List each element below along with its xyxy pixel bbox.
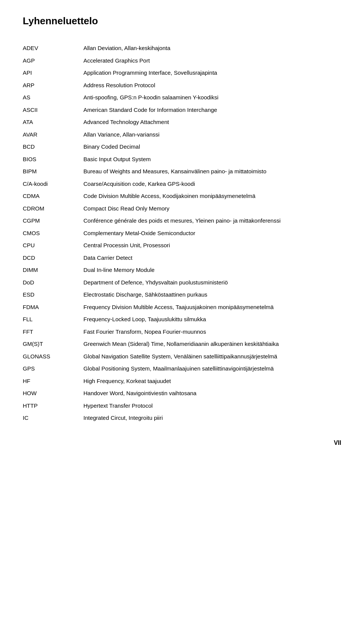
abbreviation: BCD <box>23 141 83 153</box>
abbreviation: GLONASS <box>23 350 83 363</box>
definition: Bureau of Weights and Measures, Kansainv… <box>83 165 341 178</box>
definition: Central Processin Unit, Prosessori <box>83 239 341 252</box>
definition: Application Programming Interface, Sovel… <box>83 67 341 79</box>
abbreviation: ARP <box>23 79 83 92</box>
abbreviation: DoD <box>23 276 83 289</box>
abbreviation: GPS <box>23 363 83 375</box>
glossary-row: HOWHandover Word, Navigointiviestin vaih… <box>23 387 341 400</box>
abbreviation: BIOS <box>23 153 83 166</box>
definition: Address Resolution Protocol <box>83 79 341 92</box>
definition: Hypertext Transfer Protocol <box>83 400 341 412</box>
definition: Allan Deviation, Allan-keskihajonta <box>83 42 341 55</box>
definition: Coarse/Acquisition code, Karkea GPS-kood… <box>83 178 341 190</box>
glossary-row: AVARAllan Variance, Allan-varianssi <box>23 129 341 141</box>
abbreviation: FLL <box>23 313 83 326</box>
definition: Data Carrier Detect <box>83 252 341 264</box>
abbreviation: BIPM <box>23 165 83 178</box>
glossary-row: CDROMCompact Disc Read Only Memory <box>23 203 341 215</box>
glossary-row: ATAAdvanced Technology Attachment <box>23 116 341 129</box>
abbreviation: ESD <box>23 289 83 301</box>
abbreviation: HOW <box>23 387 83 400</box>
abbreviation: C/A-koodi <box>23 178 83 190</box>
definition: Compact Disc Read Only Memory <box>83 203 341 215</box>
glossary-row: ADEVAllan Deviation, Allan-keskihajonta <box>23 42 341 55</box>
glossary-table: ADEVAllan Deviation, Allan-keskihajontaA… <box>23 42 341 424</box>
glossary-row: CMOSComplementary Metal-Oxide Semiconduc… <box>23 227 341 240</box>
glossary-row: HTTPHypertext Transfer Protocol <box>23 400 341 412</box>
glossary-row: BIOSBasic Input Output System <box>23 153 341 166</box>
glossary-row: FLLFrequency-Locked Loop, Taajuuslukittu… <box>23 313 341 326</box>
abbreviation: IC <box>23 412 83 424</box>
definition: Department of Defence, Yhdysvaltain puol… <box>83 276 341 289</box>
definition: Fast Fourier Transform, Nopea Fourier-mu… <box>83 326 341 338</box>
definition: Integrated Circut, Integroitu piiri <box>83 412 341 424</box>
abbreviation: HF <box>23 375 83 388</box>
definition: Basic Input Output System <box>83 153 341 166</box>
glossary-row: ASAnti-spoofing, GPS:n P-koodin salaamin… <box>23 91 341 104</box>
glossary-row: FDMAFrequency Division Multible Access, … <box>23 301 341 314</box>
definition: High Frequency, Korkeat taajuudet <box>83 375 341 388</box>
definition: American Standard Code for Information I… <box>83 104 341 116</box>
glossary-row: CDMACode Division Multible Access, Koodi… <box>23 190 341 203</box>
definition: Electrostatic Discharge, Sähköstaattinen… <box>83 289 341 301</box>
definition: Code Division Multible Access, Koodijako… <box>83 190 341 203</box>
abbreviation: ASCII <box>23 104 83 116</box>
abbreviation: CPU <box>23 239 83 252</box>
definition: Dual In-line Memory Module <box>83 264 341 276</box>
definition: Binary Coded Decimal <box>83 141 341 153</box>
definition: Frequency-Locked Loop, Taajuuslukittu si… <box>83 313 341 326</box>
glossary-row: GM(S)TGreenwich Mean (Sideral) Time, Nol… <box>23 338 341 350</box>
definition: Greenwich Mean (Sideral) Time, Nollameri… <box>83 338 341 350</box>
glossary-row: CGPMConférence générale des poids et mes… <box>23 215 341 227</box>
abbreviation: API <box>23 67 83 79</box>
definition: Global Navigation Satellite System, Venä… <box>83 350 341 363</box>
glossary-row: DIMMDual In-line Memory Module <box>23 264 341 276</box>
abbreviation: ATA <box>23 116 83 129</box>
abbreviation: DIMM <box>23 264 83 276</box>
abbreviation: CDROM <box>23 203 83 215</box>
glossary-row: ICIntegrated Circut, Integroitu piiri <box>23 412 341 424</box>
definition: Complementary Metal-Oxide Semiconductor <box>83 227 341 240</box>
page-number: VII <box>23 440 341 446</box>
definition: Allan Variance, Allan-varianssi <box>83 129 341 141</box>
glossary-row: DCDData Carrier Detect <box>23 252 341 264</box>
glossary-row: DoDDepartment of Defence, Yhdysvaltain p… <box>23 276 341 289</box>
definition: Accelerated Graphics Port <box>83 55 341 67</box>
abbreviation: AS <box>23 91 83 104</box>
definition: Handover Word, Navigointiviestin vaihtos… <box>83 387 341 400</box>
glossary-row: GLONASSGlobal Navigation Satellite Syste… <box>23 350 341 363</box>
definition: Advanced Technology Attachment <box>83 116 341 129</box>
definition: Global Positioning System, Maailmanlaaju… <box>83 363 341 375</box>
glossary-row: GPSGlobal Positioning System, Maailmanla… <box>23 363 341 375</box>
glossary-row: BIPMBureau of Weights and Measures, Kans… <box>23 165 341 178</box>
definition: Conférence générale des poids et mesures… <box>83 215 341 227</box>
abbreviation: CMOS <box>23 227 83 240</box>
abbreviation: ADEV <box>23 42 83 55</box>
abbreviation: HTTP <box>23 400 83 412</box>
glossary-row: HFHigh Frequency, Korkeat taajuudet <box>23 375 341 388</box>
glossary-row: AGPAccelerated Graphics Port <box>23 55 341 67</box>
glossary-row: CPUCentral Processin Unit, Prosessori <box>23 239 341 252</box>
definition: Anti-spoofing, GPS:n P-koodin salaaminen… <box>83 91 341 104</box>
glossary-row: ARPAddress Resolution Protocol <box>23 79 341 92</box>
abbreviation: FFT <box>23 326 83 338</box>
abbreviation: CGPM <box>23 215 83 227</box>
abbreviation: AVAR <box>23 129 83 141</box>
abbreviation: CDMA <box>23 190 83 203</box>
abbreviation: GM(S)T <box>23 338 83 350</box>
glossary-row: FFTFast Fourier Transform, Nopea Fourier… <box>23 326 341 338</box>
abbreviation: DCD <box>23 252 83 264</box>
glossary-row: C/A-koodiCoarse/Acquisition code, Karkea… <box>23 178 341 190</box>
abbreviation: FDMA <box>23 301 83 314</box>
glossary-row: ASCIIAmerican Standard Code for Informat… <box>23 104 341 116</box>
glossary-row: ESDElectrostatic Discharge, Sähköstaatti… <box>23 289 341 301</box>
page-title: Lyhenneluettelo <box>23 15 341 27</box>
glossary-row: APIApplication Programming Interface, So… <box>23 67 341 79</box>
glossary-row: BCDBinary Coded Decimal <box>23 141 341 153</box>
definition: Frequency Division Multible Access, Taaj… <box>83 301 341 314</box>
abbreviation: AGP <box>23 55 83 67</box>
